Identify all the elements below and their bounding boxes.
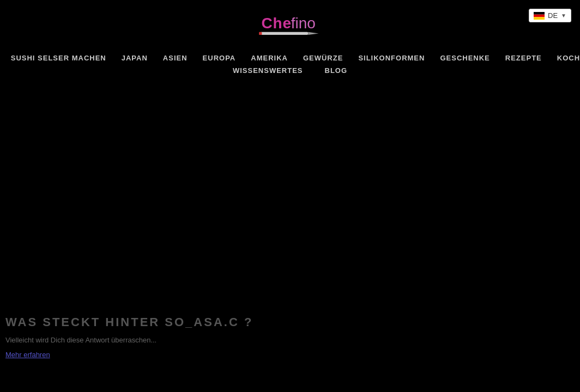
svg-rect-7 [259, 32, 262, 35]
logo-svg: Che fino [252, 5, 328, 49]
nav-item-blog[interactable]: BLOG [325, 66, 348, 75]
nav-item-amerika[interactable]: AMERIKA [251, 54, 288, 62]
language-code: DE [548, 11, 558, 20]
chevron-down-icon: ▼ [561, 13, 566, 19]
nav-item-silikonformen[interactable]: SILIKONFORMEN [358, 54, 425, 62]
svg-text:Che: Che [262, 15, 292, 32]
bottom-heading: WAS STECKT HINTER SO_ASA.C ? [5, 315, 253, 329]
main-navigation: HOME SUSHI SELSER MACHEN JAPAN ASIEN EUR… [0, 52, 580, 77]
svg-marker-6 [308, 32, 318, 35]
nav-bottom-row: WISSENSWERTES BLOG [0, 64, 580, 77]
site-logo[interactable]: Che fino [252, 5, 328, 51]
bottom-section: WAS STECKT HINTER SO_ASA.C ? Vielleicht … [0, 315, 258, 359]
bottom-subtext: Vielleicht wird Dich diese Antwort überr… [5, 336, 253, 344]
language-selector[interactable]: DE ▼ [529, 9, 571, 22]
svg-rect-0 [534, 12, 545, 15]
nav-item-rezepte[interactable]: REZEPTE [505, 54, 542, 62]
nav-item-kochboxen[interactable]: KOCHBOXEN [557, 54, 580, 62]
nav-item-wissenswertes[interactable]: WISSENSWERTES [233, 66, 303, 75]
svg-rect-1 [534, 14, 545, 17]
svg-rect-5 [261, 32, 309, 35]
german-flag-icon [534, 12, 545, 20]
mehr-erfahren-link[interactable]: Mehr erfahren [5, 351, 50, 359]
nav-item-japan[interactable]: JAPAN [122, 54, 148, 62]
nav-item-sushi[interactable]: SUSHI SELSER MACHEN [11, 54, 106, 62]
svg-text:fino: fino [291, 15, 316, 32]
nav-item-gewurze[interactable]: GEWÜRZE [303, 54, 343, 62]
nav-item-geschenke[interactable]: GESCHENKE [440, 54, 490, 62]
svg-rect-2 [534, 17, 545, 20]
nav-item-asien[interactable]: ASIEN [163, 54, 188, 62]
nav-item-europa[interactable]: EUROPA [203, 54, 236, 62]
nav-top-row: HOME SUSHI SELSER MACHEN JAPAN ASIEN EUR… [0, 52, 580, 64]
